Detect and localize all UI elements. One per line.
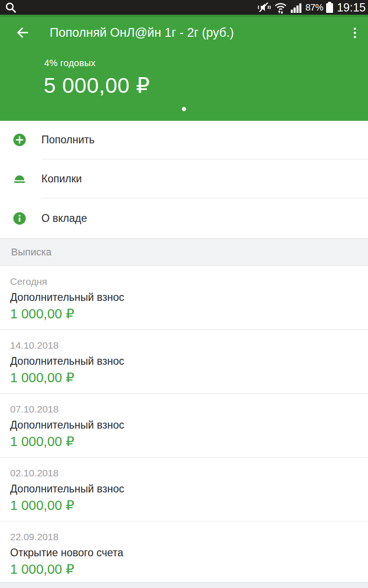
transaction-amount: 1 000,00 ₽: [10, 498, 357, 512]
page-title: Пополняй ОнЛ@йн 1г - 2г (руб.): [50, 26, 234, 40]
action-label: Копилки: [41, 173, 82, 185]
transaction-row[interactable]: 14.10.2018 Дополнительный взнос 1 000,00…: [0, 330, 368, 394]
back-button[interactable]: [14, 24, 31, 41]
signal-strength-icon: [290, 2, 302, 13]
battery-icon: [326, 3, 333, 13]
statement-header: Выписка: [0, 238, 368, 266]
action-about-deposit[interactable]: О вкладе: [0, 198, 368, 238]
info-icon: [13, 212, 26, 225]
battery-percent: 87%: [305, 2, 323, 13]
transaction-amount: 1 000,00 ₽: [10, 562, 357, 576]
deposit-balance: 5 000,00 ₽: [44, 73, 368, 98]
search-icon[interactable]: [5, 1, 17, 14]
status-time: 19:15: [337, 1, 366, 14]
page-indicator-dot: [182, 107, 186, 111]
overflow-menu-icon: [354, 28, 356, 30]
transaction-row[interactable]: Сегодня Дополнительный взнос 1 000,00 ₽: [0, 266, 368, 330]
transaction-amount: 1 000,00 ₽: [10, 307, 357, 321]
action-label: О вкладе: [41, 212, 87, 225]
moneybox-icon: [13, 173, 26, 185]
plus-icon: [13, 134, 26, 146]
transaction-date: 22.09.2018: [10, 532, 357, 542]
transaction-date: 07.10.2018: [10, 404, 357, 414]
transaction-amount: 1 000,00 ₽: [10, 371, 357, 384]
transaction-date: 14.10.2018: [10, 340, 357, 351]
action-moneyboxes[interactable]: Копилки: [0, 159, 368, 198]
statement-title: Выписка: [11, 246, 52, 258]
sound-muted-vibrate-icon: [258, 1, 271, 13]
transaction-row[interactable]: 02.10.2018 Дополнительный взнос 1 000,00…: [0, 458, 368, 521]
transaction-date: Сегодня: [10, 277, 357, 287]
action-topup[interactable]: Пополнить: [0, 121, 368, 159]
transaction-description: Дополнительный взнос: [10, 356, 357, 367]
app-bar: Пополняй ОнЛ@йн 1г - 2г (руб.): [0, 15, 368, 51]
transaction-list: Сегодня Дополнительный взнос 1 000,00 ₽ …: [0, 266, 368, 585]
transaction-row[interactable]: 22.09.2018 Открытие нового счета 1 000,0…: [0, 521, 368, 585]
deposit-card: Пополняй ОнЛ@йн 1г - 2г (руб.) 4% годовы…: [0, 15, 368, 121]
transaction-amount: 1 000,00 ₽: [10, 435, 357, 448]
transaction-description: Открытие нового счета: [10, 547, 357, 558]
transaction-row[interactable]: 07.10.2018 Дополнительный взнос 1 000,00…: [0, 394, 368, 458]
transaction-date: 02.10.2018: [10, 468, 357, 478]
wifi-icon: [274, 1, 287, 14]
overflow-menu-button[interactable]: [349, 24, 361, 42]
action-list: Пополнить Копилки О вкладе: [0, 121, 368, 238]
transaction-description: Дополнительный взнос: [10, 419, 357, 430]
rate-label: 4% годовых: [44, 58, 368, 68]
transaction-description: Дополнительный взнос: [10, 292, 357, 303]
next-group-strip: [0, 582, 368, 588]
back-arrow-icon: [15, 25, 30, 40]
transaction-description: Дополнительный взнос: [10, 483, 357, 494]
action-label: Пополнить: [41, 134, 95, 146]
status-bar: 87% 19:15: [0, 0, 368, 15]
status-indicators: 87% 19:15: [258, 1, 366, 14]
